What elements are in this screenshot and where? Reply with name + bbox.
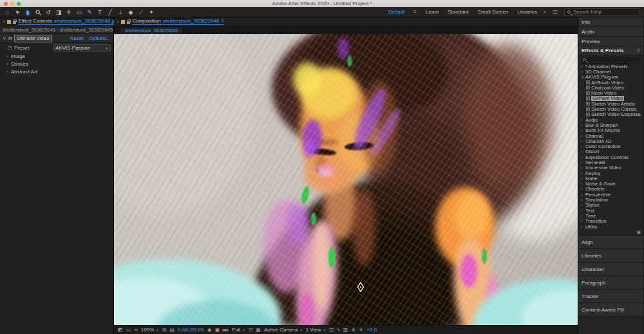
zoom-select[interactable]: 100%∨ [141,327,159,333]
workspace-libraries[interactable]: Libraries [517,9,537,15]
panel-tab-libraries[interactable]: Libraries [578,249,643,263]
chevron-right-icon[interactable]: › [581,214,584,218]
panel-collapse-icon[interactable]: « [3,19,5,24]
composition-document-tab[interactable]: shutterstock_383629045 [119,26,184,34]
resolution-select[interactable]: Full∨ [232,327,245,333]
flowchart-icon[interactable]: ⋔ [351,326,355,334]
effect-category-cinema-4d[interactable]: ›CINEMA 4D [578,138,643,144]
effect-item-oilpaint-video[interactable]: OilPaint Video [578,96,643,101]
effect-item-sketch-video-artistic[interactable]: Sketch Video Artistic [578,101,643,106]
view-camera-select[interactable]: Active Camera∨ [264,327,303,333]
effect-category-akvis-plug-ins[interactable]: ∨AKVIS Plug-ins [578,75,643,80]
workspace-standard[interactable]: Standard [448,9,468,15]
camera-tool-icon[interactable]: ◨ [55,8,62,17]
channel-settings-icon[interactable] [223,329,229,331]
workspace-small-screen[interactable]: Small Screen [478,9,509,15]
workspace-learn[interactable]: Learn [426,9,439,15]
chevron-right-icon[interactable]: › [581,198,584,202]
effect-category-transition[interactable]: ›Transition [578,219,643,224]
effect-category-audio[interactable]: ›Audio [578,117,643,122]
effect-group-abstract-art[interactable]: ›Abstract Art [0,68,113,75]
mask-visibility-icon[interactable]: ▤ [169,326,175,334]
effect-category-blur-sharpen[interactable]: ›Blur & Sharpen [578,122,643,127]
take-snapshot-icon[interactable]: ◉ [207,326,212,334]
chevron-right-icon[interactable]: › [581,160,584,165]
panel-tab-character[interactable]: Character [578,263,643,276]
workspace-default[interactable]: Default [388,9,404,15]
chevron-right-icon[interactable]: › [581,165,584,170]
view-layout-select[interactable]: 1 View∨ [306,327,326,333]
hand-tool-icon[interactable] [24,8,31,16]
home-tool-icon[interactable]: ⌂ [4,8,10,17]
chevron-right-icon[interactable]: › [581,155,584,160]
effect-category-utility[interactable]: ›Utility [578,224,643,229]
effect-group-image[interactable]: ›Image [0,52,113,60]
chevron-right-icon[interactable]: › [581,134,584,138]
current-time[interactable]: 0;00;00;00 [178,327,204,333]
composition-viewport[interactable] [114,34,578,325]
effect-expand-icon[interactable]: ∨ [3,35,6,41]
effect-item-neon-video[interactable]: Neon Video [578,90,643,95]
effects-panel-corner-icon[interactable]: ▣ [636,230,641,235]
effect-item-airbrush-video[interactable]: AirBrush Video [578,80,643,85]
effect-item-charcoal-video[interactable]: Charcoal Video [578,85,643,90]
pen-tool-icon[interactable]: ✎ [86,8,93,17]
roto-brush-tool-icon[interactable]: ⟋ [138,8,144,17]
effect-row-oilpaint[interactable]: ∨ fx OilPaint Video Reset Options... [0,34,113,43]
panel-tab-paragraph[interactable]: Paragraph [578,276,643,290]
panel-menu-icon[interactable]: ≡ [222,18,225,24]
effect-category-generate[interactable]: ›Generate [578,160,643,165]
region-of-interest-icon[interactable]: ⊡ [249,326,253,334]
pan-behind-tool-icon[interactable]: ✛ [66,8,72,17]
chevron-right-icon[interactable]: › [581,187,584,191]
effect-category-expression-controls[interactable]: ›Expression Controls [578,154,643,160]
chevron-right-icon[interactable]: › [581,149,584,154]
chevron-right-icon[interactable]: › [581,219,584,223]
effect-item-sketch-video-classic[interactable]: Sketch Video Classic [578,106,643,111]
magnification-glasses-icon[interactable]: ∞ [134,326,138,334]
reset-exposure-icon[interactable]: ☀ [359,326,363,334]
panel-collapse-icon[interactable]: « [117,19,119,24]
type-tool-icon[interactable]: T [97,8,103,17]
effect-category-matte[interactable]: ›Matte [578,176,643,181]
stopwatch-icon[interactable]: ◷ [8,45,12,51]
effect-category-channel[interactable]: ›Channel [578,133,643,138]
reset-effect-button[interactable]: Reset [70,35,84,41]
lock-icon[interactable] [13,21,16,24]
chevron-right-icon[interactable]: › [581,70,584,74]
search-help-input[interactable]: Search Help [564,8,640,16]
panel-tab-align[interactable]: Align [578,236,643,249]
rotation-tool-icon[interactable]: ↺ [45,8,52,17]
chevron-right-icon[interactable]: › [581,64,584,69]
effect-name[interactable]: OilPaint Video [14,35,52,42]
effects-presets-header[interactable]: Effects & Presets≡ [578,46,643,55]
primary-viewer-icon[interactable]: ▭ [126,326,131,334]
fast-previews-icon[interactable]: ϟ [337,326,340,334]
eraser-tool-icon[interactable]: ◆ [128,8,134,17]
effect-category-text[interactable]: ›Text [578,208,643,213]
transparency-grid-icon[interactable]: ▦ [256,326,261,334]
brush-tool-icon[interactable]: ╱ [107,8,113,17]
always-preview-icon[interactable]: ◩ [118,326,123,334]
effect-category-immersive-video[interactable]: ›Immersive Video [578,165,643,171]
effect-category-keying[interactable]: ›Keying [578,171,643,176]
panel-tab-preview[interactable]: Preview [578,37,643,46]
puppet-pin-tool-icon[interactable]: ✦ [148,8,155,17]
panel-menu-icon[interactable]: ≡ [637,48,640,53]
effects-search-input[interactable] [581,57,641,62]
timeline-icon[interactable]: ▥ [343,326,348,334]
panel-tab-content-aware-fill[interactable]: Content-Aware Fill [578,303,643,317]
chevron-right-icon[interactable]: › [581,171,584,176]
effect-category-noise-grain[interactable]: ›Noise & Grain [578,181,643,187]
show-snapshot-icon[interactable]: ▣ [215,326,220,334]
effect-controls-tab[interactable]: Effect Controls shutterstock_383629045.j… [18,18,124,25]
lock-icon[interactable] [127,21,130,24]
chevron-down-icon[interactable]: ∨ [581,75,584,80]
chevron-right-icon[interactable]: › [581,139,584,144]
effect-category-perspective[interactable]: ›Perspective [578,192,643,197]
chevron-right-icon[interactable]: › [581,123,584,127]
workspace-overflow-icon[interactable]: » [544,9,546,15]
effect-category-color-correction[interactable]: ›Color Correction [578,144,643,149]
effect-item-sketch-video-esquisse[interactable]: Sketch Video Esquisse [578,112,643,117]
chevron-right-icon[interactable]: › [581,209,584,213]
